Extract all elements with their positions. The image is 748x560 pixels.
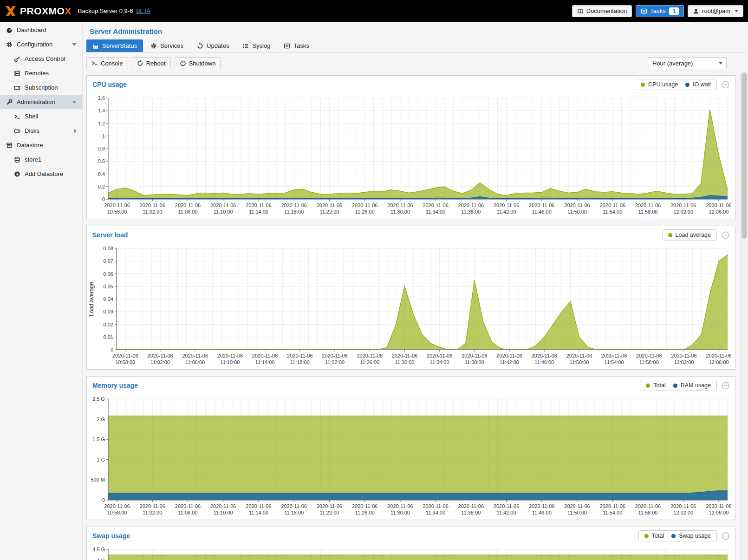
- svg-text:0.07: 0.07: [104, 258, 113, 264]
- svg-text:11:38:00: 11:38:00: [465, 359, 484, 365]
- cpu-usage-chart: 00.20.40.60.811.21.41.62020-11-0610:58:0…: [87, 93, 735, 219]
- sidebar-item-dashboard[interactable]: Dashboard: [0, 23, 82, 37]
- svg-text:1.4: 1.4: [98, 108, 105, 113]
- sidebar-item-subscription[interactable]: Subscription: [0, 80, 82, 95]
- collapse-panel-icon[interactable]: [722, 81, 729, 89]
- svg-text:11:14:00: 11:14:00: [255, 359, 275, 365]
- sidebar-item-add-datastore[interactable]: Add Datastore: [0, 167, 82, 181]
- expander-down-icon[interactable]: [72, 43, 77, 46]
- time-range-select[interactable]: Hour (average): [648, 57, 727, 69]
- svg-text:2020-11-06: 2020-11-06: [252, 353, 278, 358]
- brand-wordmark: PROXMOX: [20, 6, 72, 17]
- collapse-panel-icon[interactable]: [722, 231, 729, 239]
- svg-text:11:14:00: 11:14:00: [249, 510, 268, 515]
- vertical-scrollbar[interactable]: [740, 72, 748, 560]
- svg-text:2020-11-06: 2020-11-06: [496, 353, 522, 358]
- dashboard-icon: [6, 27, 13, 33]
- sidebar-item-shell[interactable]: Shell: [0, 109, 82, 124]
- main-content: Server Administration ServerStatus Servi…: [83, 22, 748, 560]
- panel-title: Server load: [92, 231, 128, 239]
- sidebar-item-store1[interactable]: store1: [0, 152, 82, 167]
- svg-text:2020-11-06: 2020-11-06: [317, 202, 342, 208]
- product-version: Backup Server 0.9-6: [78, 7, 133, 14]
- tab-serverstatus[interactable]: ServerStatus: [86, 39, 143, 52]
- expander-right-icon[interactable]: [74, 129, 77, 133]
- shutdown-button[interactable]: Shutdown: [175, 57, 221, 69]
- user-icon: [693, 8, 699, 14]
- svg-text:11:10:00: 11:10:00: [220, 359, 240, 365]
- expander-down-icon[interactable]: [72, 101, 77, 104]
- tab-syslog[interactable]: Syslog: [236, 39, 276, 52]
- svg-text:2020-11-06: 2020-11-06: [175, 503, 201, 509]
- scrollbar-thumb[interactable]: [741, 72, 747, 239]
- legend-dot-icon: [641, 83, 645, 87]
- svg-text:2020-11-06: 2020-11-06: [458, 202, 484, 208]
- legend-item: RAM usage: [673, 382, 711, 389]
- svg-text:2.5 G: 2.5 G: [92, 396, 105, 402]
- svg-text:2020-11-06: 2020-11-06: [281, 202, 306, 208]
- svg-text:2020-11-06: 2020-11-06: [104, 202, 130, 208]
- tasks-icon: [284, 43, 290, 49]
- tab-tasks[interactable]: Tasks: [278, 39, 315, 52]
- sidebar-item-access-control[interactable]: Access Control: [0, 52, 82, 66]
- svg-text:2020-11-06: 2020-11-06: [529, 202, 554, 208]
- svg-text:11:46:00: 11:46:00: [532, 510, 552, 515]
- tasks-button[interactable]: Tasks 1: [636, 5, 684, 17]
- terminal-icon: [13, 113, 21, 120]
- svg-text:2020-11-06: 2020-11-06: [670, 202, 696, 208]
- collapse-panel-icon[interactable]: [722, 382, 729, 390]
- svg-text:2020-11-06: 2020-11-06: [104, 503, 130, 509]
- sidebar-item-datastore[interactable]: Datastore: [0, 138, 82, 152]
- ticket-icon: [13, 85, 21, 91]
- svg-text:11:22:00: 11:22:00: [325, 359, 345, 365]
- svg-text:2020-11-06: 2020-11-06: [706, 503, 731, 509]
- server-load-chart: 00.010.020.030.040.050.060.070.082020-11…: [87, 244, 735, 369]
- beta-link[interactable]: BETA: [136, 8, 150, 14]
- sidebar-item-disks[interactable]: Disks: [0, 124, 82, 138]
- svg-text:2020-11-06: 2020-11-06: [458, 503, 484, 509]
- tab-services[interactable]: Services: [144, 39, 189, 52]
- sidebar-item-remotes[interactable]: Remotes: [0, 66, 82, 80]
- svg-text:11:26:00: 11:26:00: [355, 209, 375, 215]
- svg-text:2020-11-06: 2020-11-06: [352, 503, 377, 509]
- svg-text:2020-11-06: 2020-11-06: [706, 353, 731, 358]
- svg-text:2020-11-06: 2020-11-06: [671, 353, 696, 358]
- svg-text:2020-11-06: 2020-11-06: [423, 202, 448, 208]
- console-button[interactable]: Console: [86, 57, 128, 69]
- svg-text:11:58:00: 11:58:00: [638, 209, 657, 215]
- svg-text:0.02: 0.02: [104, 322, 113, 327]
- svg-text:11:06:00: 11:06:00: [185, 359, 205, 365]
- panel-swap-usage: Swap usage TotalSwap usage 0500 M1 G1.5 …: [86, 527, 735, 560]
- svg-text:11:06:00: 11:06:00: [178, 209, 197, 215]
- svg-text:12:02:00: 12:02:00: [674, 359, 694, 365]
- gear-icon: [6, 41, 13, 48]
- legend-dot-icon: [668, 233, 672, 237]
- chart-legend: TotalRAM usage: [640, 380, 717, 391]
- reboot-button[interactable]: Reboot: [132, 57, 171, 69]
- svg-text:2020-11-06: 2020-11-06: [635, 503, 661, 509]
- user-menu-button[interactable]: root@pam: [688, 5, 743, 17]
- svg-text:2020-11-06: 2020-11-06: [182, 353, 208, 358]
- svg-text:11:30:00: 11:30:00: [390, 510, 410, 515]
- sidebar-item-configuration[interactable]: Configuration: [0, 37, 82, 52]
- tab-updates[interactable]: Updates: [191, 39, 235, 52]
- chart-legend: CPU usageIO wait: [635, 79, 717, 90]
- chart-legend: TotalSwap usage: [638, 530, 717, 541]
- svg-text:11:54:00: 11:54:00: [605, 359, 624, 365]
- panel-title: CPU usage: [92, 81, 127, 88]
- gear-icon: [150, 43, 157, 49]
- svg-text:11:34:00: 11:34:00: [426, 510, 445, 515]
- svg-text:11:34:00: 11:34:00: [426, 209, 445, 215]
- svg-text:11:02:00: 11:02:00: [143, 510, 162, 515]
- svg-text:2020-11-06: 2020-11-06: [281, 503, 306, 509]
- svg-text:2020-11-06: 2020-11-06: [140, 503, 165, 509]
- legend-item: Swap usage: [671, 533, 711, 539]
- documentation-button[interactable]: Documentation: [572, 5, 632, 17]
- collapse-panel-icon[interactable]: [722, 532, 729, 540]
- svg-text:11:22:00: 11:22:00: [319, 510, 339, 515]
- legend-item: Total: [646, 382, 665, 389]
- sidebar-item-administration[interactable]: Administration: [0, 95, 82, 109]
- plus-circle-icon: [13, 171, 21, 177]
- refresh-icon: [197, 43, 203, 49]
- svg-text:11:42:00: 11:42:00: [497, 510, 516, 515]
